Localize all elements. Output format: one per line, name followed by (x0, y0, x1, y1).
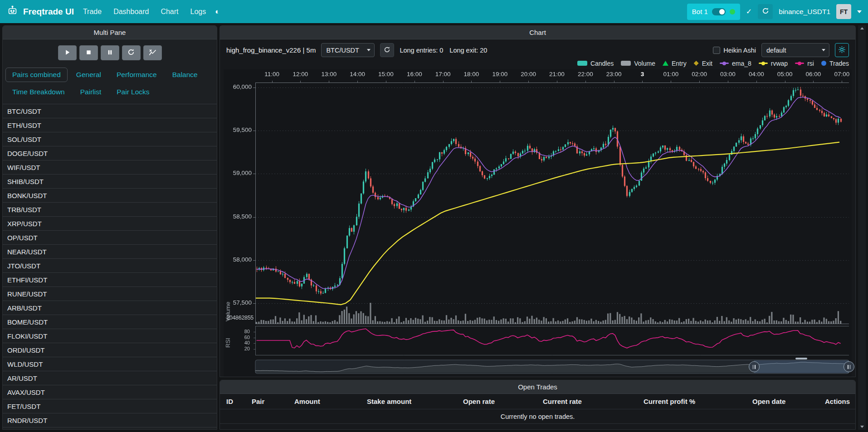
time-axis-label: 05:00 (771, 71, 799, 78)
rsi-axis-label: 20 (224, 346, 250, 351)
pair-list-item[interactable]: AR/USDT (3, 371, 217, 385)
reload-icon (384, 46, 390, 54)
bot-selector-chip[interactable]: Bot 1 (687, 4, 740, 20)
strategy-label: high_frog_binance_v226 | 5m (226, 46, 316, 54)
time-axis-label: 18:00 (458, 71, 485, 78)
legend-swatch-icon (663, 61, 668, 66)
time-axis-label: 17:00 (429, 71, 457, 78)
datazoom-start-handle[interactable] (749, 361, 760, 372)
legend-item[interactable]: rsi (795, 60, 814, 67)
check-icon[interactable]: ✓ (746, 7, 752, 16)
plot-config-select[interactable]: default (761, 43, 829, 57)
pair-list-item[interactable]: TRB/USDT (3, 203, 217, 217)
bot-controls (3, 39, 217, 65)
table-column-header: Stake amount (367, 398, 463, 405)
multi-pane-tab[interactable]: Time Breakdown (5, 85, 72, 99)
table-column-header: Actions (825, 398, 850, 405)
avatar[interactable]: FT (836, 4, 851, 19)
price-axis-label: 58,000 (224, 256, 252, 263)
pair-select[interactable]: BTC/USDT (321, 43, 375, 57)
pair-list-item[interactable]: FLOKI/USDT (3, 329, 217, 343)
pair-select-wrap: BTC/USDT (321, 43, 375, 57)
long-exit-count: Long exit: 20 (449, 47, 487, 54)
stop-button[interactable] (79, 45, 98, 60)
nav-link[interactable]: Logs (190, 8, 206, 16)
pair-list-item[interactable]: ETHFI/USDT (3, 273, 217, 287)
nav-link[interactable]: Dashboard (113, 8, 149, 16)
pair-list-item[interactable]: ORDI/USDT (3, 343, 217, 357)
open-trades-panel: Open Trades ID Pair Amount Stake amount … (219, 380, 856, 430)
navbar-reload-button[interactable] (758, 4, 773, 19)
price-chart-canvas[interactable] (224, 69, 852, 377)
multi-pane-tab[interactable]: Pair Locks (110, 85, 156, 99)
pair-list-item[interactable]: FET/USDT (3, 399, 217, 413)
legend-label: Candles (590, 60, 614, 67)
multi-pane-tab[interactable]: Performance (110, 68, 164, 82)
pair-list-item[interactable]: ETH/USDT (3, 118, 217, 132)
scrollbar-up-icon[interactable] (860, 27, 864, 29)
start-button[interactable] (58, 45, 77, 60)
multi-pane-tab[interactable]: Pairlist (73, 85, 108, 99)
chevron-down-icon[interactable] (857, 10, 862, 13)
legend-item[interactable]: Volume (621, 60, 655, 67)
price-axis-label: 60,000 (224, 83, 252, 90)
pair-list-item[interactable]: RNDR/USDT (3, 413, 217, 427)
pair-list-item[interactable]: BTC/USDT (3, 104, 217, 118)
pair-list-item[interactable]: WLD/USDT (3, 357, 217, 371)
time-axis-label: 12:00 (287, 71, 314, 78)
pair-list-item[interactable]: DOT/USDT (3, 427, 217, 429)
pair-list-item[interactable]: BOME/USDT (3, 315, 217, 329)
legend-swatch-icon (720, 63, 729, 64)
time-axis-label: 14:00 (344, 71, 371, 78)
scrollbar-down-icon[interactable] (860, 426, 864, 428)
heikin-ashi-checkbox[interactable] (713, 47, 720, 54)
pair-list-item[interactable]: SOL/USDT (3, 132, 217, 146)
pair-list-item[interactable]: JTO/USDT (3, 259, 217, 273)
legend-item[interactable]: Trades (821, 60, 849, 67)
multi-pane-tab[interactable]: General (69, 68, 108, 82)
reload-config-button[interactable] (122, 45, 141, 60)
datazoom-thumb[interactable] (795, 358, 807, 359)
brand[interactable]: Freqtrade UI (6, 5, 74, 19)
nav-link[interactable]: Chart (161, 8, 178, 16)
legend-swatch-icon (694, 61, 699, 66)
time-axis-label: 22:00 (572, 71, 599, 78)
pair-list-item[interactable]: RUNE/USDT (3, 287, 217, 301)
chart-legend: Candles Volume Entry Exit (220, 58, 855, 69)
bot-toggle[interactable] (712, 8, 726, 15)
chart-toolbar-right: Heikin Ashi default (713, 43, 849, 57)
pair-list-item[interactable]: WIF/USDT (3, 160, 217, 175)
legend-item[interactable]: rvwap (759, 60, 788, 67)
legend-label: rvwap (771, 60, 788, 67)
pair-list-item[interactable]: AVAX/USDT (3, 385, 217, 399)
rsi-axis-label: 60 (224, 335, 250, 340)
pair-list-item[interactable]: BONK/USDT (3, 189, 217, 203)
pair-list-item[interactable]: ARB/USDT (3, 301, 217, 315)
legend-item[interactable]: Exit (694, 60, 712, 67)
multi-pane-tab[interactable]: Pairs combined (5, 68, 68, 82)
heikin-ashi-toggle[interactable]: Heikin Ashi (713, 47, 756, 54)
legend-item[interactable]: Entry (663, 60, 687, 67)
legend-item[interactable]: ema_8 (720, 60, 751, 67)
legend-label: ema_8 (732, 60, 751, 67)
page-scrollbar[interactable] (858, 25, 866, 430)
plot-settings-button[interactable] (835, 43, 849, 57)
pause-button[interactable] (101, 45, 119, 60)
brand-title: Freqtrade UI (23, 7, 74, 17)
pair-list-item[interactable]: SHIB/USDT (3, 175, 217, 189)
pair-list-item[interactable]: OP/USDT (3, 231, 217, 245)
datazoom-end-handle[interactable] (844, 361, 854, 372)
cancel-open-orders-button[interactable] (143, 45, 162, 60)
legend-item[interactable]: Candles (577, 60, 614, 67)
time-axis-label: 3 (629, 71, 656, 78)
nav-link[interactable]: Trade (83, 8, 102, 16)
exchange-label: binance_USDT1 (779, 8, 830, 16)
theme-toggle-icon[interactable]: ◐ (215, 7, 219, 16)
pair-list-item[interactable]: XRP/USDT (3, 217, 217, 231)
chart-refresh-button[interactable] (380, 43, 394, 57)
legend-label: Volume (634, 60, 655, 67)
play-icon (64, 49, 71, 57)
pair-list-item[interactable]: NEAR/USDT (3, 245, 217, 259)
multi-pane-tab[interactable]: Balance (166, 68, 205, 82)
pair-list-item[interactable]: DOGE/USDT (3, 146, 217, 160)
